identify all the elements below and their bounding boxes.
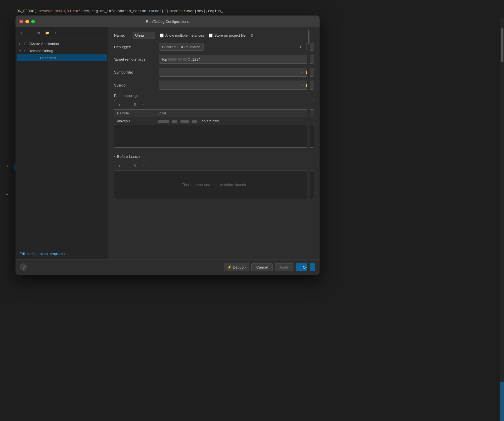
symbol-file-field: + 📂 [159, 68, 314, 77]
name-input[interactable] [133, 32, 155, 39]
symbol-file-input[interactable] [162, 70, 299, 74]
before-launch-down-button[interactable]: ↓ [148, 162, 154, 169]
name-label: Name: [114, 33, 128, 37]
window-close-button[interactable] [19, 20, 23, 23]
path-mappings-section: Path mappings: + − ⛓ ↑ ↓ Remote [114, 94, 314, 148]
cmake-app-label: CMake Application [28, 42, 59, 46]
symbol-file-add-icon[interactable]: + [300, 69, 304, 75]
sysroot-add-icon[interactable]: + [300, 82, 304, 88]
mapping-up-button[interactable]: ↑ [140, 101, 146, 108]
help-button[interactable]: ? [20, 263, 27, 271]
target-remote-tcp: tcp [162, 57, 167, 61]
chevron-down-icon: ▾ [114, 155, 115, 158]
mapping-add-button[interactable]: + [116, 101, 123, 108]
configurations-panel: + − ⧉ 📁 ↕ ▸ □ [15, 27, 108, 259]
edit-templates-link[interactable]: Edit configuration templates... [19, 252, 68, 256]
path-mappings-table: Remote Local /libvgpu [114, 110, 314, 125]
debug-run-icon: ⚡ [227, 265, 232, 269]
before-launch-toolbar: + − ✎ ↑ ↓ [114, 161, 314, 170]
remote-debug-icon: □ [24, 48, 27, 53]
blurred-ip-2 [178, 58, 182, 61]
editor-scrollbar[interactable] [500, 17, 504, 421]
symbol-file-row: Symbol file: + 📂 [114, 68, 314, 77]
debug-dropdown-arrow-icon: ▾ [245, 266, 246, 269]
config-tree: ▸ □ CMake Application ▾ □ Remote Debug □… [15, 39, 108, 248]
target-remote-row: 'target remote' args: tcp □ :1234 + [114, 55, 314, 64]
mapping-remote-cell: /libvgpu [114, 117, 155, 125]
dialog-scrollbar-thumb[interactable] [308, 30, 309, 44]
debugger-row: Debugger: Bundled GDB multiarch Custom G… [114, 43, 314, 51]
before-launch-empty-state: There are no tasks to run before launch [114, 170, 314, 199]
ok-button[interactable]: OK [296, 263, 315, 271]
cmake-icon: □ [24, 41, 27, 46]
path-mappings-empty-area [114, 125, 314, 148]
debug-dropdown-button[interactable]: ⚡ Debug ▾ [224, 263, 249, 271]
debugger-select-wrapper: Bundled GDB multiarch Custom GDB LLDB [159, 43, 304, 51]
sysroot-field: + 📂 [159, 81, 314, 90]
mapping-down-button[interactable]: ↓ [148, 101, 154, 108]
before-launch-add-button[interactable]: + [116, 162, 123, 169]
apply-button[interactable]: Apply [275, 263, 294, 271]
allow-multiple-checkbox[interactable] [160, 34, 164, 37]
folder-config-button[interactable]: 📁 [44, 30, 50, 36]
left-panel-toolbar: + − ⧉ 📁 ↕ [15, 27, 108, 39]
tree-item-cmake-app[interactable]: ▸ □ CMake Application [17, 40, 107, 47]
gear-icon[interactable]: ⚙ [250, 33, 254, 38]
tree-item-unnamed[interactable]: □ Unnamed [17, 54, 107, 61]
name-row: Name: Allow multiple instances Store as … [114, 32, 314, 39]
before-launch-up-button[interactable]: ↑ [140, 162, 146, 169]
blurred-local-4 [192, 120, 197, 123]
cancel-button[interactable]: Cancel [251, 263, 272, 271]
left-arrow-2: → [5, 163, 9, 169]
before-launch-remove-button[interactable]: − [124, 162, 131, 169]
remote-debug-label: Remote Debug [28, 49, 53, 53]
remove-config-button[interactable]: − [27, 30, 34, 36]
mapping-local-cell: 'go/src/githu... [155, 117, 314, 125]
mapping-edit-button[interactable]: ⛓ [132, 101, 139, 108]
store-as-project-checkbox-item[interactable]: Store as project file [209, 33, 246, 37]
allow-multiple-checkbox-item[interactable]: Allow multiple instances [160, 33, 204, 37]
scrollbar-thumb[interactable] [501, 28, 503, 62]
add-config-button[interactable]: + [18, 30, 25, 36]
store-as-project-checkbox[interactable] [209, 34, 213, 37]
blurred-ip-1 [168, 58, 177, 61]
debug-label: Debug [233, 265, 244, 269]
tree-item-remote-debug[interactable]: ▾ □ Remote Debug [17, 47, 107, 54]
dialog-footer: ? ⚡ Debug ▾ Cancel Apply OK [15, 259, 320, 275]
mappings-col-remote: Remote [114, 110, 155, 117]
before-launch-section: ▾ Before launch + − ✎ ↑ ↓ There are no [114, 154, 314, 199]
target-remote-field: tcp □ :1234 + [159, 55, 314, 64]
copy-config-button[interactable]: ⧉ [35, 30, 42, 36]
unnamed-label: Unnamed [40, 56, 55, 60]
sort-config-button[interactable]: ↕ [52, 30, 59, 36]
before-launch-title: Before launch [117, 154, 140, 159]
store-as-project-label: Store as project file [214, 33, 246, 37]
debugger-select[interactable]: Bundled GDB multiarch Custom GDB LLDB [159, 43, 204, 51]
mapping-remove-button[interactable]: − [124, 101, 131, 108]
blurred-local-2 [172, 120, 177, 123]
window-controls [19, 20, 35, 23]
target-remote-port: □ [188, 57, 190, 61]
before-launch-empty-text: There are no tasks to run before launch [182, 183, 246, 187]
left-arrow-1: → [5, 192, 9, 197]
scrollbar-active-region [500, 382, 504, 421]
window-minimize-button[interactable] [25, 20, 29, 23]
sysroot-input[interactable] [162, 83, 299, 87]
before-launch-edit-button[interactable]: ✎ [132, 162, 139, 169]
debugger-label: Debugger: [114, 45, 156, 49]
dialog-title-bar: Run/Debug Configurations [15, 15, 320, 27]
blurred-local-1 [158, 120, 169, 123]
dialog-scrollbar[interactable] [307, 27, 310, 272]
path-mappings-label: Path mappings: [114, 94, 314, 98]
left-panel-footer: Edit configuration templates... [15, 248, 108, 259]
path-mappings-table-wrapper: Remote Local /libvgpu [114, 109, 314, 125]
dialog-body: + − ⧉ 📁 ↕ ▸ □ [15, 27, 320, 259]
dialog-title: Run/Debug Configurations [146, 19, 189, 24]
config-form-panel: Name: Allow multiple instances Store as … [108, 27, 320, 259]
expand-icon-remote: ▾ [19, 49, 23, 52]
before-launch-body: + − ✎ ↑ ↓ There are no tasks to run befo… [114, 161, 314, 199]
table-row[interactable]: /libvgpu [114, 117, 314, 125]
before-launch-header[interactable]: ▾ Before launch [114, 154, 314, 159]
run-debug-dialog: Run/Debug Configurations + − ⧉ 📁 ↕ [15, 15, 320, 275]
window-maximize-button[interactable] [31, 20, 35, 23]
